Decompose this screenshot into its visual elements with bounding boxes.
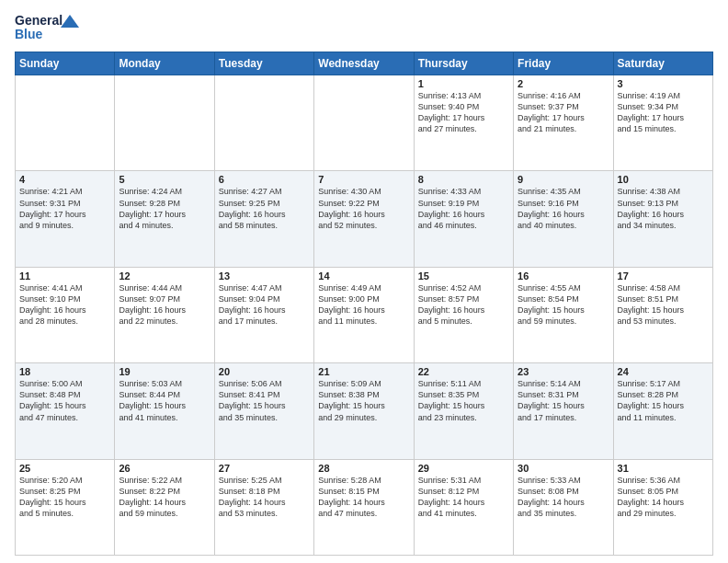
calendar-cell: 7Sunrise: 4:30 AM Sunset: 9:22 PM Daylig… (314, 171, 414, 267)
calendar-week-2: 4Sunrise: 4:21 AM Sunset: 9:31 PM Daylig… (16, 171, 713, 267)
day-info: Sunrise: 4:44 AM Sunset: 9:07 PM Dayligh… (119, 282, 210, 327)
calendar-cell: 26Sunrise: 5:22 AM Sunset: 8:22 PM Dayli… (115, 459, 214, 555)
weekday-header-friday: Friday (514, 52, 613, 75)
day-info: Sunrise: 5:03 AM Sunset: 8:44 PM Dayligh… (119, 378, 210, 423)
day-info: Sunrise: 4:35 AM Sunset: 9:16 PM Dayligh… (518, 186, 609, 231)
calendar-cell: 6Sunrise: 4:27 AM Sunset: 9:25 PM Daylig… (214, 171, 313, 267)
calendar-cell (214, 75, 313, 171)
calendar-cell: 21Sunrise: 5:09 AM Sunset: 8:38 PM Dayli… (314, 363, 414, 459)
calendar-cell: 28Sunrise: 5:28 AM Sunset: 8:15 PM Dayli… (314, 459, 414, 555)
page: GeneralBlue SundayMondayTuesdayWednesday… (0, 0, 728, 563)
weekday-header-thursday: Thursday (414, 52, 513, 75)
calendar-table: SundayMondayTuesdayWednesdayThursdayFrid… (15, 52, 713, 556)
calendar-cell: 10Sunrise: 4:38 AM Sunset: 9:13 PM Dayli… (613, 171, 712, 267)
day-number: 4 (19, 174, 110, 185)
day-info: Sunrise: 5:28 AM Sunset: 8:15 PM Dayligh… (318, 475, 409, 520)
calendar-cell: 2Sunrise: 4:16 AM Sunset: 9:37 PM Daylig… (514, 75, 613, 171)
day-info: Sunrise: 4:21 AM Sunset: 9:31 PM Dayligh… (19, 186, 110, 231)
day-number: 13 (219, 270, 310, 282)
day-info: Sunrise: 4:16 AM Sunset: 9:37 PM Dayligh… (518, 90, 609, 135)
calendar-cell: 1Sunrise: 4:13 AM Sunset: 9:40 PM Daylig… (414, 75, 513, 171)
day-info: Sunrise: 4:49 AM Sunset: 9:00 PM Dayligh… (318, 282, 409, 327)
day-number: 23 (518, 366, 609, 377)
day-info: Sunrise: 5:00 AM Sunset: 8:48 PM Dayligh… (19, 378, 110, 423)
day-number: 20 (219, 366, 310, 377)
calendar-cell: 14Sunrise: 4:49 AM Sunset: 9:00 PM Dayli… (314, 267, 414, 362)
day-info: Sunrise: 4:24 AM Sunset: 9:28 PM Dayligh… (119, 186, 210, 231)
calendar-cell: 4Sunrise: 4:21 AM Sunset: 9:31 PM Daylig… (16, 171, 115, 267)
calendar-cell: 16Sunrise: 4:55 AM Sunset: 8:54 PM Dayli… (514, 267, 613, 362)
day-number: 27 (219, 463, 310, 474)
weekday-header-monday: Monday (115, 52, 214, 75)
calendar-cell: 15Sunrise: 4:52 AM Sunset: 8:57 PM Dayli… (414, 267, 513, 362)
day-info: Sunrise: 4:52 AM Sunset: 8:57 PM Dayligh… (418, 282, 509, 327)
day-info: Sunrise: 5:17 AM Sunset: 8:28 PM Dayligh… (618, 378, 709, 423)
day-info: Sunrise: 5:31 AM Sunset: 8:12 PM Dayligh… (418, 475, 509, 520)
calendar-cell (314, 75, 414, 171)
calendar-cell: 18Sunrise: 5:00 AM Sunset: 8:48 PM Dayli… (16, 363, 115, 459)
day-info: Sunrise: 4:13 AM Sunset: 9:40 PM Dayligh… (418, 90, 509, 135)
calendar-cell: 20Sunrise: 5:06 AM Sunset: 8:41 PM Dayli… (214, 363, 313, 459)
day-number: 10 (618, 174, 709, 185)
day-number: 8 (418, 174, 509, 185)
day-number: 7 (318, 174, 409, 185)
calendar-cell: 12Sunrise: 4:44 AM Sunset: 9:07 PM Dayli… (115, 267, 214, 362)
day-info: Sunrise: 4:55 AM Sunset: 8:54 PM Dayligh… (518, 282, 609, 327)
day-number: 16 (518, 270, 609, 282)
day-number: 25 (19, 463, 110, 474)
calendar-cell: 3Sunrise: 4:19 AM Sunset: 9:34 PM Daylig… (613, 75, 712, 171)
day-number: 17 (618, 270, 709, 282)
calendar-cell: 11Sunrise: 4:41 AM Sunset: 9:10 PM Dayli… (16, 267, 115, 362)
day-number: 1 (418, 78, 509, 89)
day-info: Sunrise: 4:27 AM Sunset: 9:25 PM Dayligh… (219, 186, 310, 231)
day-info: Sunrise: 5:11 AM Sunset: 8:35 PM Dayligh… (418, 378, 509, 423)
calendar-cell: 25Sunrise: 5:20 AM Sunset: 8:25 PM Dayli… (16, 459, 115, 555)
calendar-cell (16, 75, 115, 171)
day-info: Sunrise: 4:33 AM Sunset: 9:19 PM Dayligh… (418, 186, 509, 231)
calendar-week-3: 11Sunrise: 4:41 AM Sunset: 9:10 PM Dayli… (16, 267, 713, 362)
calendar-cell: 30Sunrise: 5:33 AM Sunset: 8:08 PM Dayli… (514, 459, 613, 555)
day-number: 14 (318, 270, 409, 282)
day-number: 6 (219, 174, 310, 185)
svg-text:Blue: Blue (15, 27, 43, 41)
day-number: 30 (518, 463, 609, 474)
day-number: 26 (119, 463, 210, 474)
calendar-cell: 9Sunrise: 4:35 AM Sunset: 9:16 PM Daylig… (514, 171, 613, 267)
calendar-week-5: 25Sunrise: 5:20 AM Sunset: 8:25 PM Dayli… (16, 459, 713, 555)
weekday-header-wednesday: Wednesday (314, 52, 414, 75)
calendar-cell (115, 75, 214, 171)
calendar-cell: 8Sunrise: 4:33 AM Sunset: 9:19 PM Daylig… (414, 171, 513, 267)
weekday-header-sunday: Sunday (16, 52, 115, 75)
weekday-header-saturday: Saturday (613, 52, 712, 75)
day-info: Sunrise: 4:38 AM Sunset: 9:13 PM Dayligh… (618, 186, 709, 231)
day-info: Sunrise: 4:30 AM Sunset: 9:22 PM Dayligh… (318, 186, 409, 231)
day-info: Sunrise: 5:14 AM Sunset: 8:31 PM Dayligh… (518, 378, 609, 423)
day-info: Sunrise: 4:47 AM Sunset: 9:04 PM Dayligh… (219, 282, 310, 327)
calendar-cell: 17Sunrise: 4:58 AM Sunset: 8:51 PM Dayli… (613, 267, 712, 362)
day-number: 5 (119, 174, 210, 185)
day-info: Sunrise: 5:33 AM Sunset: 8:08 PM Dayligh… (518, 475, 609, 520)
calendar-cell: 29Sunrise: 5:31 AM Sunset: 8:12 PM Dayli… (414, 459, 513, 555)
day-number: 12 (119, 270, 210, 282)
calendar-cell: 27Sunrise: 5:25 AM Sunset: 8:18 PM Dayli… (214, 459, 313, 555)
calendar-week-1: 1Sunrise: 4:13 AM Sunset: 9:40 PM Daylig… (16, 75, 713, 171)
svg-text:General: General (15, 13, 63, 28)
day-info: Sunrise: 4:19 AM Sunset: 9:34 PM Dayligh… (618, 90, 709, 135)
day-info: Sunrise: 5:20 AM Sunset: 8:25 PM Dayligh… (19, 475, 110, 520)
day-number: 18 (19, 366, 110, 377)
day-number: 31 (618, 463, 709, 474)
day-number: 22 (418, 366, 509, 377)
header: GeneralBlue (15, 11, 713, 44)
weekday-header-tuesday: Tuesday (214, 52, 313, 75)
day-info: Sunrise: 5:25 AM Sunset: 8:18 PM Dayligh… (219, 475, 310, 520)
svg-marker-2 (61, 15, 79, 28)
calendar-week-4: 18Sunrise: 5:00 AM Sunset: 8:48 PM Dayli… (16, 363, 713, 459)
logo-icon: GeneralBlue (15, 11, 81, 44)
calendar-cell: 13Sunrise: 4:47 AM Sunset: 9:04 PM Dayli… (214, 267, 313, 362)
day-number: 9 (518, 174, 609, 185)
day-number: 21 (318, 366, 409, 377)
day-number: 15 (418, 270, 509, 282)
day-number: 19 (119, 366, 210, 377)
day-number: 24 (618, 366, 709, 377)
day-info: Sunrise: 5:36 AM Sunset: 8:05 PM Dayligh… (618, 475, 709, 520)
